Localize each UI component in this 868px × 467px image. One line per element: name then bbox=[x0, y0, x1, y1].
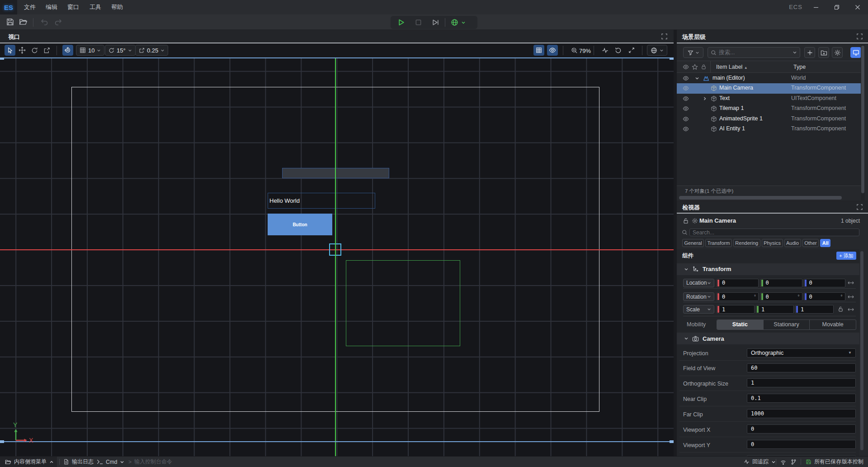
mobility-movable-option[interactable]: Movable bbox=[810, 320, 856, 329]
chevron-collapsed-icon[interactable] bbox=[703, 96, 707, 101]
tab-other[interactable]: Other bbox=[802, 239, 819, 247]
near-clip-input[interactable]: 0.1 bbox=[747, 394, 856, 403]
output-log-button[interactable]: 输出日志 bbox=[63, 457, 94, 467]
guide-line-top[interactable] bbox=[0, 57, 674, 58]
scale-mode-dropdown[interactable]: Scale bbox=[683, 305, 714, 314]
tab-transform[interactable]: Transform bbox=[705, 239, 732, 247]
menu-file[interactable]: 文件 bbox=[24, 0, 36, 14]
undo-button[interactable] bbox=[40, 18, 49, 27]
scale-snap-dropdown[interactable]: 0.25 bbox=[135, 45, 168, 56]
location-y-input[interactable]: 0 bbox=[760, 279, 802, 287]
visibility-eye-icon[interactable] bbox=[683, 95, 689, 102]
filter-dropdown[interactable] bbox=[683, 47, 703, 58]
lock-open-icon[interactable] bbox=[683, 218, 689, 224]
step-button[interactable] bbox=[427, 16, 444, 29]
maximize-button[interactable] bbox=[827, 0, 847, 14]
tab-physics[interactable]: Physics bbox=[762, 239, 783, 247]
column-type[interactable]: Type bbox=[793, 64, 806, 70]
scrollbar-thumb[interactable] bbox=[679, 196, 842, 200]
redo-button[interactable] bbox=[54, 18, 63, 27]
tab-scene-hierarchy[interactable]: 场景层级 bbox=[682, 33, 706, 41]
text-object[interactable]: Hello World bbox=[268, 193, 375, 209]
hierarchy-vertical-scrollbar[interactable] bbox=[861, 45, 865, 200]
lock-column-icon[interactable] bbox=[701, 64, 707, 70]
scale-z-input[interactable]: 1 bbox=[795, 305, 834, 314]
viewport-x-input[interactable]: 0 bbox=[747, 424, 856, 434]
app-logo[interactable]: ES bbox=[0, 0, 17, 14]
open-button[interactable] bbox=[19, 18, 28, 27]
link-axes-icon[interactable] bbox=[848, 280, 854, 286]
orthographic-size-input[interactable]: 1 bbox=[747, 378, 856, 387]
chevron-expanded-icon[interactable] bbox=[695, 76, 699, 81]
guide-handle[interactable] bbox=[0, 440, 4, 443]
column-item-label[interactable]: Item Label ▲ bbox=[716, 64, 748, 70]
rotate-tool-button[interactable] bbox=[29, 45, 40, 56]
rotation-mode-dropdown[interactable]: Rotation bbox=[683, 292, 714, 301]
viewport-y-input[interactable]: 0 bbox=[747, 440, 856, 449]
mobility-stationary-option[interactable]: Stationary bbox=[764, 320, 810, 329]
add-component-button[interactable]: + 添加 bbox=[836, 252, 856, 260]
hierarchy-row-ai-entity[interactable]: AI Entity 1 TransformComponent bbox=[677, 124, 861, 134]
minimize-button[interactable] bbox=[806, 0, 826, 14]
launch-mode-dropdown[interactable] bbox=[446, 16, 470, 29]
projection-select[interactable]: Orthographic ▼ bbox=[747, 348, 856, 357]
visibility-eye-icon[interactable] bbox=[683, 126, 689, 132]
link-axes-icon[interactable] bbox=[848, 294, 854, 300]
inspector-search-input[interactable] bbox=[693, 229, 856, 236]
panel-splitter[interactable] bbox=[674, 30, 677, 456]
column-divider[interactable] bbox=[710, 61, 711, 73]
tab-inspector[interactable]: 检视器 bbox=[682, 204, 700, 212]
cmd-button[interactable]: Cmd bbox=[97, 457, 124, 467]
trace-button[interactable]: 回追踪 bbox=[744, 457, 776, 467]
menu-tools[interactable]: 工具 bbox=[90, 0, 101, 14]
hierarchy-row-main[interactable]: main (Editor) World bbox=[677, 73, 861, 83]
network-icon[interactable] bbox=[780, 459, 786, 465]
scrollbar-thumb[interactable] bbox=[860, 251, 863, 450]
scale-y-input[interactable]: 1 bbox=[756, 305, 794, 314]
rotation-x-input[interactable]: 0° bbox=[717, 292, 759, 301]
hierarchy-row-animatedsprite[interactable]: AnimatedSprite 1 TransformComponent bbox=[677, 114, 861, 124]
transform-section-header[interactable]: Transform bbox=[677, 263, 859, 275]
select-tool-button[interactable] bbox=[5, 45, 15, 56]
location-z-input[interactable]: 0 bbox=[804, 279, 845, 287]
gear-icon[interactable] bbox=[692, 218, 698, 224]
chevron-down-icon[interactable] bbox=[793, 50, 797, 55]
menu-edit[interactable]: 编辑 bbox=[46, 0, 57, 14]
scale-lock-icon[interactable] bbox=[838, 306, 844, 312]
hierarchy-settings-button[interactable] bbox=[832, 47, 843, 58]
inspector-vertical-scrollbar[interactable] bbox=[859, 249, 864, 457]
scale-x-input[interactable]: 1 bbox=[717, 305, 755, 314]
rotation-z-input[interactable]: 0° bbox=[804, 292, 845, 301]
snap-toggle-button[interactable] bbox=[62, 45, 73, 56]
tab-viewport[interactable]: 视口 bbox=[8, 33, 20, 41]
tab-rendering[interactable]: Rendering bbox=[733, 239, 760, 247]
hierarchy-row-text[interactable]: Text UITextComponent bbox=[677, 94, 861, 104]
save-button[interactable] bbox=[6, 18, 15, 27]
inspector-expand-icon[interactable] bbox=[857, 204, 863, 210]
gizmo-visibility-toggle[interactable] bbox=[547, 45, 558, 56]
version-control-button[interactable]: 版本控制 bbox=[842, 457, 863, 467]
close-button[interactable] bbox=[848, 0, 868, 14]
visibility-column-icon[interactable] bbox=[683, 64, 689, 70]
viewport-expand-icon[interactable] bbox=[661, 33, 667, 39]
add-folder-button[interactable] bbox=[818, 47, 829, 58]
menu-window[interactable]: 窗口 bbox=[67, 0, 79, 14]
guide-line-bottom[interactable] bbox=[0, 441, 674, 442]
hierarchy-horizontal-scrollbar[interactable] bbox=[679, 196, 859, 200]
menu-help[interactable]: 帮助 bbox=[111, 0, 123, 14]
guide-handle[interactable] bbox=[670, 440, 674, 443]
stop-button[interactable] bbox=[410, 16, 427, 29]
move-tool-button[interactable] bbox=[17, 45, 28, 56]
visibility-eye-icon[interactable] bbox=[683, 105, 689, 112]
guide-handle[interactable] bbox=[670, 57, 674, 60]
visibility-eye-icon[interactable] bbox=[683, 116, 689, 122]
reset-view-button[interactable] bbox=[613, 45, 623, 56]
console-input[interactable]: > 输入控制台命令 bbox=[128, 457, 172, 467]
stats-toggle-button[interactable] bbox=[599, 45, 610, 56]
view-in-world-button[interactable] bbox=[850, 47, 861, 58]
git-branch-icon[interactable] bbox=[791, 459, 797, 465]
grid-visibility-toggle[interactable] bbox=[533, 45, 544, 56]
far-clip-input[interactable]: 1000 bbox=[747, 409, 856, 418]
tab-all[interactable]: All bbox=[820, 239, 830, 247]
rotation-snap-dropdown[interactable]: 15° bbox=[105, 45, 136, 56]
